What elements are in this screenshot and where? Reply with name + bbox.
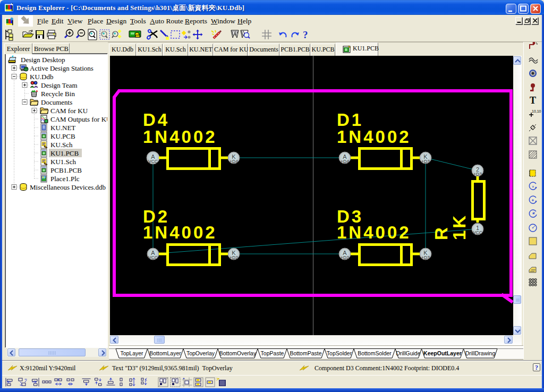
svg-text:R: R [431,225,451,240]
svg-text:+D3: +D3 [421,255,430,260]
svg-text:+D2: +D2 [341,255,349,260]
svg-text:1N4002: 1N4002 [143,127,217,147]
svg-text:DrillGuide: DrillGuide [396,350,420,356]
svg-text:VCC: VCC [148,255,158,260]
svg-text:CAM for KU: CAM for KU [50,107,88,115]
svg-text:Design Team: Design Team [41,81,78,89]
svg-text:10,10: 10,10 [532,109,541,113]
svg-text:KU.PCB: KU.PCB [50,132,75,140]
svg-text:BottomLayer: BottomLayer [149,350,181,356]
svg-text:Miscellaneous Devices.ddb: Miscellaneous Devices.ddb [30,183,106,191]
svg-text:+D4: +D4 [230,159,238,164]
svg-text:TopLayer: TopLayer [120,350,143,356]
svg-text:BottomSolder: BottomSolder [358,350,392,356]
svg-text:+D3: +D3 [473,172,482,177]
svg-text:+D2: +D2 [230,255,238,260]
svg-text:1N4002: 1N4002 [337,223,411,242]
svg-text:TopSolder: TopSolder [327,350,352,356]
svg-text:BottomOverlay: BottomOverlay [219,350,257,356]
svg-text:1N4002: 1N4002 [143,223,217,242]
svg-text:PCB1.PCB: PCB1.PCB [50,166,82,174]
svg-text:KU1.PCB: KU1.PCB [50,149,79,157]
svg-text:KU.Sch: KU.Sch [50,141,73,149]
svg-text:CAM Outputs for KU: CAM Outputs for KU [50,115,108,123]
svg-text:T: T [530,95,536,106]
svg-text:1K: 1K [449,214,469,240]
svg-text:+D3: +D3 [421,159,430,164]
svg-text:VCC: VCC [473,230,482,235]
svg-text:KeepOutLayer: KeepOutLayer [423,350,462,356]
svg-text:?: ? [303,29,308,40]
svg-text:KU.NET: KU.NET [50,124,75,132]
svg-text:+D4: +D4 [341,159,349,164]
svg-text:Active Design Stations: Active Design Stations [30,64,94,72]
svg-text:1N4002: 1N4002 [337,127,411,147]
svg-text:Recycle Bin: Recycle Bin [41,90,75,98]
svg-text:Design Desktop: Design Desktop [21,56,65,64]
svg-text:DrillDrawing: DrillDrawing [465,350,496,356]
svg-text:BottomPaste: BottomPaste [290,350,321,356]
svg-text:KU1.Sch: KU1.Sch [50,158,76,166]
svg-text:KU.Ddb: KU.Ddb [30,73,53,81]
svg-text:Documents: Documents [41,98,72,106]
svg-text:VCC: VCC [148,159,158,164]
svg-text:TopOverlay: TopOverlay [186,350,215,356]
svg-text:Place1.Plc: Place1.Plc [50,175,80,183]
svg-text:TopPaste: TopPaste [261,350,284,356]
